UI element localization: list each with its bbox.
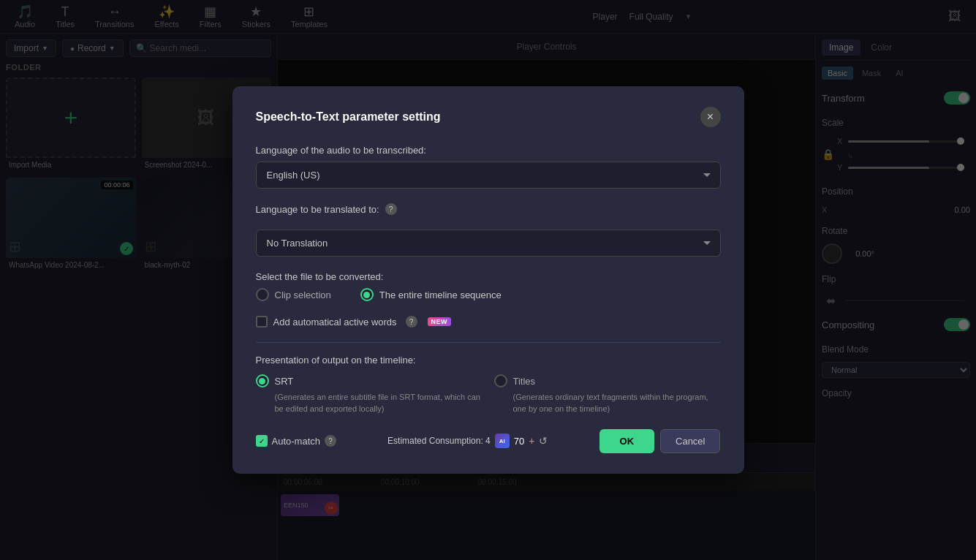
language-audio-label: Language of the audio to be transcribed: <box>256 145 721 156</box>
active-words-label: Add automatical active words <box>273 317 397 328</box>
clip-selection-option[interactable]: Clip selection <box>256 288 331 301</box>
modal-header: Speech-to-Text parameter setting × <box>256 107 721 127</box>
add-credits-button[interactable]: + <box>529 435 534 447</box>
refresh-icon[interactable]: ↺ <box>539 435 548 447</box>
active-words-checkbox[interactable] <box>256 316 268 328</box>
titles-desc: (Generates ordinary text fragments withi… <box>494 392 721 415</box>
titles-option: Titles (Generates ordinary text fragment… <box>494 374 721 415</box>
modal-footer: ✓ Auto-match ? Estimated Consumption: 4 … <box>256 429 721 453</box>
clip-selection-label: Clip selection <box>275 290 331 300</box>
ok-button[interactable]: OK <box>599 429 655 453</box>
output-label: Presentation of output on the timeline: <box>256 355 721 366</box>
srt-option-header: SRT <box>256 374 483 387</box>
modal-overlay: Speech-to-Text parameter setting × Langu… <box>0 0 976 560</box>
estimation-label: Estimated Consumption: 4 <box>387 436 491 446</box>
titles-radio-outer[interactable] <box>494 374 507 387</box>
srt-radio-inner <box>259 378 265 385</box>
language-audio-select[interactable]: English (US) English (UK) Spanish French <box>256 162 721 189</box>
modal-divider <box>256 342 721 343</box>
credit-count: 70 <box>514 436 524 447</box>
translate-info-icon[interactable]: ? <box>385 203 397 215</box>
translate-select[interactable]: No Translation Spanish French <box>256 230 721 257</box>
timeline-sequence-label: The entire timeline sequence <box>379 290 502 300</box>
translate-label: Language to be translated to: <box>256 204 379 215</box>
srt-label: SRT <box>275 376 294 387</box>
auto-match-label: Auto-match <box>272 436 320 447</box>
active-words-info-icon[interactable]: ? <box>406 316 417 328</box>
active-words-row: Add automatical active words ? NEW <box>256 316 721 328</box>
timeline-radio-inner <box>363 292 370 298</box>
footer-left: ✓ Auto-match ? <box>256 435 336 447</box>
modal-title: Speech-to-Text parameter setting <box>256 110 441 124</box>
new-badge: NEW <box>428 317 451 326</box>
speech-to-text-modal: Speech-to-Text parameter setting × Langu… <box>232 86 744 474</box>
modal-close-button[interactable]: × <box>700 107 721 127</box>
ai-badge: AI <box>495 434 510 448</box>
cancel-button[interactable]: Cancel <box>660 429 720 453</box>
srt-desc: (Generates an entire subtitle file in SR… <box>256 392 483 415</box>
timeline-radio-outer <box>360 288 374 301</box>
convert-radio-group: Clip selection The entire timeline seque… <box>256 288 721 301</box>
auto-match-info-icon[interactable]: ? <box>325 435 336 447</box>
translate-label-row: Language to be translated to: ? <box>256 203 721 215</box>
output-grid: SRT (Generates an entire subtitle file i… <box>256 374 721 415</box>
convert-label: Select the file to be converted: <box>256 271 721 282</box>
timeline-sequence-option[interactable]: The entire timeline sequence <box>360 288 502 301</box>
clip-radio-outer <box>256 288 269 301</box>
titles-label: Titles <box>513 376 536 387</box>
estimation-row: Estimated Consumption: 4 AI 70 + ↺ <box>387 434 548 448</box>
srt-radio-outer[interactable] <box>256 374 269 387</box>
footer-buttons: OK Cancel <box>599 429 721 453</box>
auto-match-checkbox[interactable]: ✓ <box>256 435 268 447</box>
titles-option-header: Titles <box>494 374 721 387</box>
srt-option: SRT (Generates an entire subtitle file i… <box>256 374 483 415</box>
